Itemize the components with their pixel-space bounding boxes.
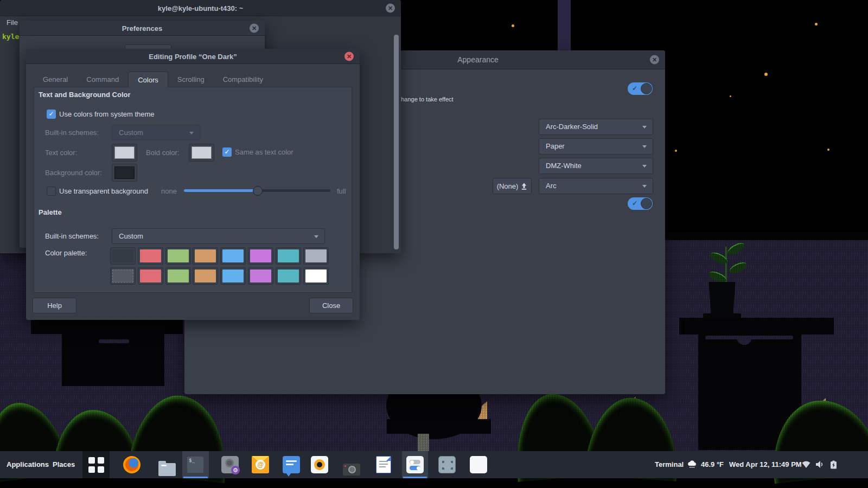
mail-icon[interactable]: @ [252,456,269,473]
cursor-theme-dropdown[interactable]: DMZ-White [539,158,653,174]
gtk-theme-dropdown[interactable]: Arc-Darker-Solid [539,119,653,135]
applications-menu[interactable]: Applications [7,451,49,478]
close-button[interactable]: Close [309,298,353,313]
slider-handle[interactable] [253,186,263,196]
help-button[interactable]: Help [33,298,76,313]
terminal-icon[interactable]: $_ [187,456,204,473]
upload-icon [521,183,527,190]
text-color-label: Text color: [45,149,77,157]
palette-swatch[interactable] [276,247,301,265]
clock[interactable]: Wed Apr 12, 11:49 PM [729,451,802,478]
palette-swatch[interactable] [303,247,329,265]
palette-swatch[interactable] [193,267,218,285]
camera-icon[interactable] [343,456,360,473]
system-theme-checkbox[interactable]: ✓ [47,110,56,119]
color-swatch [305,249,327,262]
color-swatch [114,146,135,159]
none-upload-button[interactable]: (None) [493,178,532,194]
palette-swatch[interactable] [276,267,301,285]
color-swatch [222,269,244,282]
color-swatch [250,249,271,262]
writer-icon[interactable] [376,456,391,473]
tab-command[interactable]: Command [77,72,128,87]
palette-schemes-dropdown[interactable]: Custom [112,228,325,244]
close-icon[interactable]: ✕ [386,3,395,12]
menu-file[interactable]: File [7,18,18,27]
places-menu[interactable]: Places [53,451,75,478]
wifi-icon[interactable] [801,460,811,468]
app-grid-launcher[interactable] [82,451,110,478]
star [815,23,818,25]
text-color-swatch[interactable] [112,144,137,162]
palette-builtin-label: Built-in schemes: [45,232,99,240]
window-title: Appearance [457,55,499,64]
terminal-titlebar[interactable]: kyle@kyle-ubuntu-t430: ~ ✕ [0,0,401,16]
star [827,149,829,151]
palette-swatch[interactable] [138,267,163,285]
preferences-titlebar[interactable]: Preferences ✕ [20,21,265,36]
terminal-scrollbar[interactable] [394,35,399,249]
file-manager-icon[interactable] [158,456,176,473]
battery-icon[interactable] [830,460,837,469]
desktop: Appearance ✕ ✓ r change to take effect A… [0,0,868,488]
palette-swatch[interactable] [248,267,273,285]
volume-icon[interactable] [815,460,825,468]
palette-swatch[interactable] [303,267,329,285]
chat-icon[interactable] [283,456,300,473]
blank-app-icon[interactable] [470,456,487,473]
window-theme-dropdown[interactable]: Arc [539,178,653,194]
transparent-bg-label: Use transparent background [59,187,148,195]
same-as-text-checkbox[interactable]: ✓ [222,147,232,157]
color-swatch [112,249,133,262]
icon-theme-dropdown[interactable]: Paper [539,138,653,155]
palette-swatch[interactable] [193,247,218,265]
dropdown-value: Custom [119,232,143,240]
active-indicator [403,477,427,478]
profile-tabs: General Command Colors Scrolling Compati… [34,72,272,87]
bold-color-swatch[interactable] [189,144,214,162]
transparent-bg-checkbox[interactable] [47,187,56,196]
palette-swatch[interactable] [220,247,246,265]
tab-compatibility[interactable]: Compatibility [214,72,272,87]
star [764,73,768,76]
palette-swatch[interactable] [110,247,136,265]
close-icon[interactable]: ✕ [344,52,354,61]
palette-swatch[interactable] [138,247,163,265]
settings-toggles-icon[interactable] [406,456,424,473]
media-player-icon[interactable] [311,456,328,473]
weather-icon[interactable] [687,460,699,470]
close-icon[interactable]: ✕ [650,55,659,65]
palette-swatch[interactable] [165,247,191,265]
appearance-toggle-top[interactable]: ✓ [628,82,653,95]
color-swatch [114,166,135,179]
tab-general[interactable]: General [34,72,77,87]
chevron-down-icon [642,126,647,129]
color-swatch [305,269,327,282]
background-color-swatch[interactable] [112,164,137,182]
toggle-knob [641,83,652,94]
active-window-label[interactable]: Terminal [655,451,684,478]
palette-swatch[interactable] [165,267,191,285]
tab-colors[interactable]: Colors [128,72,168,87]
color-palette-label: Color palette: [45,249,87,257]
color-swatch [278,249,299,262]
star [730,95,731,97]
firefox-icon[interactable] [123,456,141,473]
builtin-schemes-dropdown[interactable]: Custom [112,125,200,140]
palette-swatch[interactable] [248,247,273,265]
colors-tab-panel: Text and Background Color ✓ Use colors f… [34,87,352,293]
chevron-down-icon [314,235,318,238]
disk-utility-icon[interactable]: ⚙ [221,456,239,473]
weather-temp[interactable]: 46.9 °F [701,451,724,478]
dropdown-value: Paper [546,142,565,150]
close-icon[interactable]: ✕ [250,23,259,33]
palette-swatch[interactable] [110,267,136,285]
palette-swatch[interactable] [220,267,246,285]
color-swatch [195,269,216,282]
appearance-toggle-bottom[interactable]: ✓ [628,197,653,210]
tab-scrolling[interactable]: Scrolling [168,72,214,87]
section-heading: Palette [39,208,62,216]
screenshot-tool-icon[interactable] [438,456,456,473]
slider-max-label: full [337,187,346,195]
profile-titlebar[interactable]: Editing Profile “One Dark” ✕ [26,49,360,64]
